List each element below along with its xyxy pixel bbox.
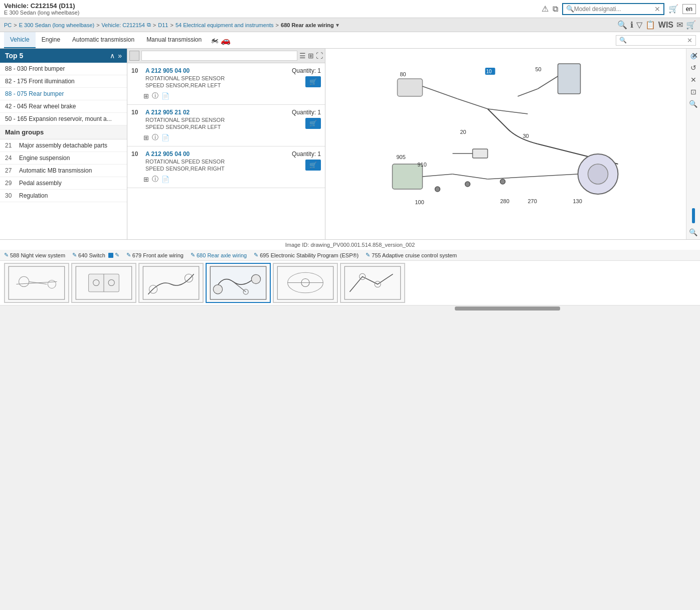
main-group-30[interactable]: 30 Regulation [0, 190, 127, 202]
part-qty-2: Quantity: 1 [292, 150, 321, 158]
breadcrumb-dropdown-icon[interactable]: ▾ [336, 22, 339, 29]
mail-tool-icon[interactable]: ✉ [676, 20, 683, 30]
thumb-edit-icon-3[interactable]: ✎ [191, 252, 195, 258]
top5-item-1[interactable]: 82 - 175 Front illumination [0, 75, 127, 88]
zoom-tool-icon[interactable]: 🔍 [617, 20, 627, 30]
scrollbar-area[interactable] [0, 305, 700, 311]
search-icon[interactable]: 🔍 [566, 5, 574, 13]
thumb-img-0[interactable] [4, 263, 69, 303]
model-search-input[interactable] [574, 6, 654, 13]
breadcrumb-electrical[interactable]: 54 Electrical equipment and instruments [176, 22, 274, 28]
main-group-21[interactable]: 21 Major assembly detachable parts [0, 139, 127, 152]
wis-tool-icon[interactable]: WIS [658, 21, 673, 30]
tab-engine[interactable]: Engine [36, 32, 66, 48]
thumb-edit-icon-2[interactable]: ✎ [126, 252, 131, 258]
diagram-cross-btn[interactable]: ✕ [689, 75, 697, 85]
part-info-icon-1[interactable]: ⓘ [152, 133, 158, 142]
part-table-icon-0[interactable]: ⊞ [143, 92, 149, 100]
diagram-history-btn[interactable]: ↺ [689, 63, 697, 73]
breadcrumb-pc[interactable]: PC [4, 22, 12, 28]
svg-text:905: 905 [397, 154, 406, 160]
thumb-img-2[interactable] [138, 263, 204, 303]
thumb-img-4[interactable] [273, 263, 338, 303]
part-info-icon-0[interactable]: ⓘ [152, 91, 158, 100]
part-info-icon-2[interactable]: ⓘ [152, 175, 158, 184]
part-pos-0: 10 [131, 67, 141, 74]
part-doc-icon-1[interactable]: 📄 [161, 134, 169, 141]
filter-tool-icon[interactable]: ▽ [636, 20, 642, 30]
thumb-label-1[interactable]: ✎ 640 Switch ✎ [72, 252, 119, 258]
top5-item-2[interactable]: 88 - 075 Rear bumper [0, 88, 127, 100]
copy-icon[interactable]: ⧉ [553, 5, 558, 14]
part-table-icon-2[interactable]: ⊞ [143, 176, 149, 183]
scrollbar-thumb[interactable] [455, 307, 560, 311]
thumb-edit-icon-5[interactable]: ✎ [366, 252, 370, 258]
part-doc-icon-0[interactable]: 📄 [161, 92, 169, 100]
breadcrumb: PC > E 300 Sedan (long wheelbase) > Vehi… [0, 18, 700, 32]
tab-manual[interactable]: Manual transmission [140, 32, 208, 48]
thumb-img-3[interactable] [206, 263, 271, 303]
tab-automatic[interactable]: Automatic transmission [66, 32, 140, 48]
motorcycle-icon[interactable]: 🏍 [211, 36, 219, 45]
main-group-29[interactable]: 29 Pedal assembly [0, 177, 127, 190]
part-doc-icon-2[interactable]: 📄 [161, 176, 169, 183]
doc-tool-icon[interactable]: 📋 [645, 20, 655, 30]
tab-vehicle[interactable]: Vehicle [4, 32, 36, 48]
top5-item-4[interactable]: 50 - 165 Expansion reservoir, mount a... [0, 113, 127, 125]
warning-icon[interactable]: ⚠ [542, 4, 549, 14]
search-clear-icon[interactable]: ✕ [654, 5, 660, 13]
tab-search-box: 🔍 ✕ [616, 35, 696, 46]
thumb-edit-icon-1[interactable]: ✎ [72, 252, 77, 258]
top5-item-3[interactable]: 42 - 045 Rear wheel brake [0, 100, 127, 113]
grid-view-btn[interactable]: ⊞ [308, 52, 314, 60]
breadcrumb-model[interactable]: E 300 Sedan (long wheelbase) [19, 22, 94, 28]
svg-text:30: 30 [523, 133, 529, 139]
thumb-label-0[interactable]: ✎ 588 Night view system [4, 252, 65, 258]
breadcrumb-vehicle[interactable]: Vehicle: C212154 [102, 22, 145, 28]
part-table-icon-1[interactable]: ⊞ [143, 134, 149, 141]
svg-text:10: 10 [486, 69, 492, 74]
part-pos-2: 10 [131, 150, 141, 158]
add-to-cart-btn-0[interactable]: 🛒 [305, 76, 321, 87]
add-to-cart-btn-2[interactable]: 🛒 [305, 160, 321, 171]
diagram-close-btn[interactable]: ✕ [691, 51, 698, 60]
diagram-zoom-out-btn[interactable]: 🔍 [688, 227, 698, 237]
thumb-img-1[interactable] [71, 263, 136, 303]
thumb-label-2[interactable]: ✎ 679 Front axle wiring [126, 252, 184, 258]
thumb-label-4[interactable]: ✎ 695 Electronic Stability Program (ESP®… [254, 252, 359, 258]
thumb-edit-icon-0[interactable]: ✎ [4, 252, 9, 258]
list-view-btn[interactable]: ☰ [299, 52, 306, 60]
vehicle-clone-icon[interactable]: ⧉ [147, 22, 151, 28]
car-icon[interactable]: 🚗 [221, 36, 231, 45]
part-header-0: 10 A 212 905 04 00 ROTATIONAL SPEED SENS… [131, 67, 321, 89]
tab-search-clear[interactable]: ✕ [687, 37, 692, 44]
thumb-edit-icon-4[interactable]: ✎ [254, 252, 258, 258]
diagram-zoom-in-btn[interactable]: 🔍 [688, 99, 698, 109]
main-group-24[interactable]: 24 Engine suspension [0, 152, 127, 165]
thumb-img-5[interactable] [340, 263, 405, 303]
thumb-extra-icon-1[interactable]: ✎ [115, 252, 119, 258]
main-group-num-24: 24 [5, 155, 15, 162]
part-code-2: A 212 905 04 00 [145, 150, 292, 158]
thumb-label-5[interactable]: ✎ 755 Adaptive cruise control system [366, 252, 457, 258]
svg-rect-0 [398, 79, 423, 96]
part-desc1-2: ROTATIONAL SPEED SENSOR [145, 159, 292, 165]
tab-search-input[interactable] [627, 37, 687, 43]
top5-item-0[interactable]: 88 - 030 Front bumper [0, 63, 127, 75]
diagram-measure-btn[interactable]: ⊡ [689, 87, 697, 97]
add-to-cart-btn-1[interactable]: 🛒 [305, 118, 321, 129]
parts-list: 10 A 212 905 04 00 ROTATIONAL SPEED SENS… [127, 63, 325, 239]
thumb-text-2: 679 Front axle wiring [132, 252, 184, 258]
info-tool-icon[interactable]: ℹ [630, 20, 633, 30]
top5-collapse-btn[interactable]: ∧ [110, 52, 115, 60]
color-swatch [129, 51, 139, 61]
expand-view-btn[interactable]: ⛶ [316, 52, 323, 60]
parts-search-input[interactable] [141, 51, 297, 61]
cart-icon[interactable]: 🛒 [668, 4, 678, 14]
main-group-27[interactable]: 27 Automatic MB transmission [0, 165, 127, 177]
thumb-label-3[interactable]: ✎ 680 Rear axle wiring [191, 252, 247, 258]
lang-selector[interactable]: en [682, 4, 696, 14]
cart-tool-icon[interactable]: 🛒 [686, 20, 696, 30]
top5-close-btn[interactable]: » [118, 52, 122, 60]
breadcrumb-d11[interactable]: D11 [158, 22, 168, 28]
